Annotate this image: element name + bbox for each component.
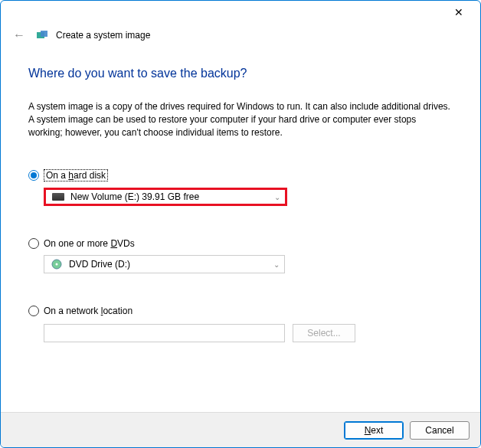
hard-disk-value: New Volume (E:) 39.91 GB free [70,191,199,202]
description-text: A system image is a copy of the drives r… [28,100,453,139]
dvd-combo[interactable]: DVD Drive (D:) ⌄ [44,255,285,273]
dvd-drive-icon [51,258,63,270]
chevron-down-icon: ⌄ [273,260,280,269]
window-title: Create a system image [56,30,150,41]
radio-network[interactable] [28,306,39,316]
back-icon[interactable]: ← [10,27,28,44]
network-location-input[interactable] [44,324,285,342]
next-button[interactable]: Next [344,421,404,440]
cancel-button[interactable]: Cancel [410,421,470,440]
label-network[interactable]: On a network location [44,306,133,316]
radio-hard-disk[interactable] [28,170,39,181]
select-button: Select... [293,324,355,342]
label-dvd[interactable]: On one or more DVDs [44,238,135,249]
label-hard-disk[interactable]: On a hard disk [44,169,108,181]
system-image-icon [36,29,48,41]
hdd-icon [52,193,64,201]
svg-rect-1 [41,31,47,37]
hard-disk-combo[interactable]: New Volume (E:) 39.91 GB free ⌄ [44,188,287,206]
radio-dvd[interactable] [28,238,39,249]
close-icon[interactable]: ✕ [448,3,470,21]
svg-point-3 [56,263,58,266]
dvd-value: DVD Drive (D:) [69,259,130,270]
page-heading: Where do you want to save the backup? [28,67,453,80]
chevron-down-icon: ⌄ [274,193,280,201]
